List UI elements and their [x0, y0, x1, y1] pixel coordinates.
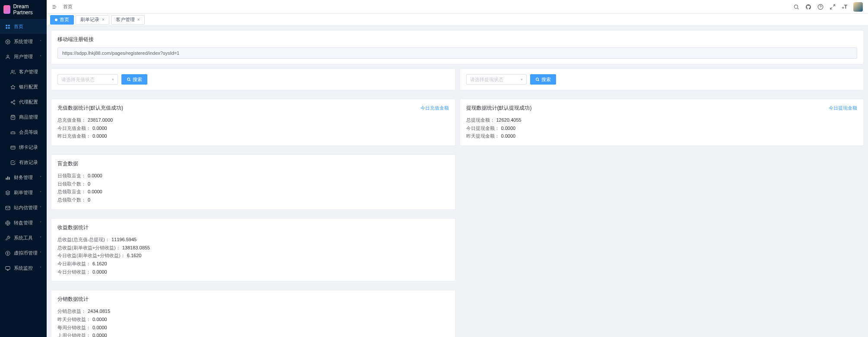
sidebar-item-6[interactable]: 商品管理 [0, 110, 47, 125]
sidebar-item-14[interactable]: 系统工具˅ [0, 230, 47, 246]
stat-row: 总收益(刷单收益+分销收益)：138183.0855 [57, 244, 449, 252]
sidebar-item-3[interactable]: 客户管理 [0, 64, 47, 79]
stat-row: 上周分销收益：0.0000 [57, 331, 449, 337]
sidebar-menu: 首页系统管理˅用户管理˄客户管理银行配置代理配置商品管理会员等级绑卡记录有效记录… [0, 19, 47, 276]
stat-row: 日领取盲盒：0.0000 [57, 172, 449, 180]
sidebar-item-9[interactable]: 有效记录 [0, 155, 47, 170]
topbar: 首页 ₊T [47, 0, 868, 14]
stat-row: 总领取个数：0 [57, 196, 449, 204]
sidebar-item-11[interactable]: 刷单管理˅ [0, 185, 47, 200]
chevron-down-icon: ▾ [112, 77, 114, 82]
svg-point-8 [14, 100, 15, 101]
svg-rect-17 [7, 176, 8, 180]
income-title: 收益数据统计 [57, 224, 449, 231]
layers-icon [5, 190, 10, 195]
sidebar-item-16[interactable]: 系统监控˅ [0, 261, 47, 276]
sidebar-item-8[interactable]: 绑卡记录 [0, 140, 47, 155]
brand-logo[interactable]: Dream Partners [0, 0, 47, 19]
register-link-title: 移动端注册链接 [57, 36, 857, 43]
svg-rect-16 [6, 178, 7, 180]
stat-row: 今日收益(刷单收益+分销收益)：6.1620 [57, 252, 449, 260]
chevron-icon: ˅ [40, 266, 41, 270]
chevron-icon: ˅ [40, 221, 41, 225]
stat-row: 今日充值金额：0.0000 [57, 124, 449, 132]
svg-marker-19 [6, 191, 10, 193]
stat-row: 昨天分销收益：0.0000 [57, 315, 449, 324]
svg-line-35 [797, 8, 798, 9]
chevron-down-icon: ▾ [521, 77, 523, 82]
svg-marker-7 [11, 85, 15, 89]
sidebar-item-10[interactable]: 财务管理˅ [0, 170, 47, 185]
chevron-icon: ˅ [40, 251, 41, 255]
stat-row: 今日提现金额：0.0000 [466, 124, 858, 132]
recharge-filter-card: 请选择充值状态 ▾ 搜索 [51, 69, 455, 90]
sidebar-item-15[interactable]: 虚拟币管理˅ [0, 246, 47, 261]
sidebar-item-1[interactable]: 系统管理˅ [0, 34, 47, 49]
stat-row: 日领取个数：0 [57, 180, 449, 188]
bag-icon [10, 115, 16, 120]
card-icon [10, 145, 16, 150]
chevron-icon: ˅ [40, 236, 41, 240]
sidebar-item-label: 虚拟币管理 [14, 250, 38, 256]
withdraw-search-button[interactable]: 搜索 [530, 74, 556, 85]
register-link-value[interactable]: https://sdpp.lhkj88.com/pages/registered… [57, 47, 857, 59]
monitor-icon [5, 266, 10, 271]
withdraw-status-select[interactable]: 请选择提现状态 ▾ [466, 74, 527, 85]
sidebar-item-label: 转盘管理 [14, 220, 33, 226]
blindbox-card: 盲盒数据 日领取盲盒：0.0000日领取个数：0总领取盲盒：0.0000总领取个… [51, 154, 455, 210]
recharge-stats-card: 充值数据统计(默认充值成功) 今日充值金额 总充值金额：23817.0000今日… [51, 99, 455, 146]
sidebar-item-label: 站内信管理 [14, 205, 38, 211]
svg-line-11 [12, 102, 13, 103]
sidebar-item-5[interactable]: 代理配置 [0, 94, 47, 110]
sidebar-item-label: 系统工具 [14, 235, 33, 241]
stat-row: 昨日充值金额：0.0000 [57, 132, 449, 140]
blindbox-title: 盲盒数据 [57, 160, 449, 167]
withdraw-today-link[interactable]: 今日提现金额 [829, 105, 857, 111]
share-icon [10, 100, 16, 105]
fontsize-icon[interactable]: ₊T [842, 4, 847, 10]
github-icon[interactable] [805, 4, 811, 10]
sidebar-item-0[interactable]: 首页 [0, 19, 47, 34]
sidebar-item-4[interactable]: 银行配置 [0, 79, 47, 94]
search-icon[interactable] [793, 4, 799, 10]
recharge-search-button[interactable]: 搜索 [121, 74, 147, 85]
stat-row: 分销总收益：2434.0815 [57, 307, 449, 315]
close-icon[interactable]: × [102, 17, 105, 22]
stat-row: 昨天提现金额：0.0000 [466, 132, 858, 140]
recharge-stats-title: 充值数据统计(默认充值成功) [57, 104, 123, 112]
sidebar-item-12[interactable]: 站内信管理˅ [0, 200, 47, 215]
svg-line-43 [538, 80, 539, 81]
help-icon[interactable] [817, 4, 823, 10]
sidebar-item-2[interactable]: 用户管理˄ [0, 49, 47, 64]
collapse-icon[interactable] [52, 4, 58, 10]
svg-point-22 [7, 222, 9, 224]
check-icon [10, 160, 16, 165]
chevron-icon: ˄ [40, 55, 41, 59]
svg-point-34 [794, 5, 798, 8]
sidebar-item-13[interactable]: 转盘管理˅ [0, 215, 47, 230]
distribution-title: 分销数据统计 [57, 296, 449, 303]
content-area: 移动端注册链接 https://sdpp.lhkj88.com/pages/re… [47, 26, 868, 337]
tabs-bar: 首页刷单记录×客户管理× [47, 14, 868, 26]
brand-icon [3, 5, 10, 14]
recharge-today-link[interactable]: 今日充值金额 [420, 105, 449, 111]
withdraw-filter-card: 请选择提现状态 ▾ 搜索 [460, 69, 864, 90]
tab-2[interactable]: 客户管理× [111, 15, 145, 25]
avatar[interactable] [853, 2, 863, 12]
recharge-status-select[interactable]: 请选择充值状态 ▾ [57, 74, 118, 85]
fullscreen-icon[interactable] [830, 4, 836, 10]
register-link-card: 移动端注册链接 https://sdpp.lhkj88.com/pages/re… [51, 30, 864, 64]
svg-rect-1 [8, 25, 10, 26]
tab-1[interactable]: 刷单记录× [76, 15, 109, 25]
chevron-icon: ˅ [40, 191, 41, 195]
sidebar-item-7[interactable]: 会员等级 [0, 125, 47, 140]
stat-row: 今日分销收益：0.0000 [57, 268, 449, 276]
svg-line-38 [833, 4, 835, 6]
close-icon[interactable]: × [137, 17, 140, 22]
tab-0[interactable]: 首页 [50, 15, 74, 25]
income-card: 收益数据统计 总收益(总充值-总提现)：11196.5945总收益(刷单收益+分… [51, 218, 455, 281]
stat-row: 每周分销收益：0.0000 [57, 324, 449, 332]
stat-row: 总领取盲盒：0.0000 [57, 188, 449, 196]
breadcrumb: 首页 [63, 3, 73, 10]
wheel-icon [5, 220, 10, 226]
